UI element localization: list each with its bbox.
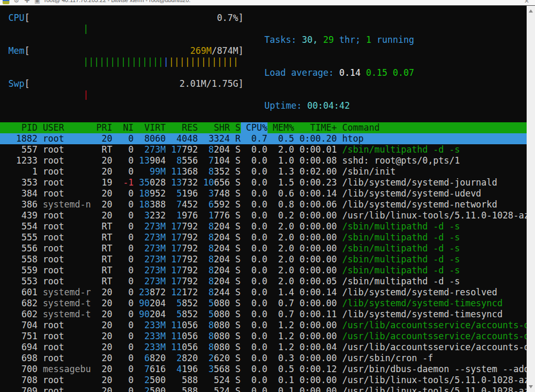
threads-count: 29	[323, 34, 340, 45]
column-header-user[interactable]: USER	[38, 122, 91, 133]
table-row[interactable]: 708root2002500588524S0.00.10:00.00/usr/l…	[0, 375, 527, 386]
column-header-s[interactable]: S	[230, 122, 240, 133]
cell-ni: 0	[112, 166, 134, 177]
cell-shr: 8204	[198, 243, 230, 254]
table-row[interactable]: 694root200233M110568080S0.01.20:00.04/us…	[0, 342, 527, 353]
cell-shr: 2620	[198, 353, 230, 364]
cell-cpu: 0.0	[241, 199, 268, 210]
column-header-cpu[interactable]: CPU%	[241, 122, 268, 133]
cell-ni: 0	[112, 155, 134, 166]
cell-cmd: /usr/bin/dbus-daemon --system --add	[337, 364, 527, 375]
table-row[interactable]: 704root200233M110568080S0.01.20:00.00/us…	[0, 320, 527, 331]
table-row[interactable]: 682systemd-t2009020458525080S0.00.70:00.…	[0, 298, 527, 309]
cell-cpu: 0.0	[241, 309, 268, 320]
cell-cpu: 0.0	[241, 276, 268, 287]
cell-res: 11056	[166, 320, 197, 331]
close-icon[interactable]: ✕	[524, 0, 529, 5]
load-15min: 0.07	[393, 67, 414, 78]
threads-label: thr;	[339, 34, 366, 45]
scrollbar-up-icon[interactable]	[527, 6, 535, 15]
column-header-virt[interactable]: VIRT	[134, 122, 166, 133]
terminal-screen: CPU[ |0.7% ] Mem[ ||||||||||||||||||||||…	[0, 5, 527, 392]
cell-shr: 8352	[198, 166, 230, 177]
table-row[interactable]: 602systemd-t2009020458525080S0.00.70:00.…	[0, 309, 527, 320]
table-row[interactable]: 1882root200806040483324R0.70.50:00.20hto…	[0, 133, 527, 144]
cell-s: S	[230, 199, 240, 210]
cell-shr: 10656	[198, 177, 230, 188]
cell-ni: 0	[112, 353, 134, 364]
column-header-pri[interactable]: PRI	[91, 122, 112, 133]
load-average-label: Load average:	[264, 67, 339, 78]
swap-meter-bar: |2.01M/1.75G	[30, 78, 238, 111]
cell-user: root	[38, 243, 91, 254]
cell-s: S	[230, 342, 240, 353]
cell-cmd: /sbin/multipathd -d -s	[337, 265, 527, 276]
uptime-line: Uptime: 00:04:42	[264, 100, 414, 111]
cell-time: 0:00.00	[294, 232, 337, 243]
column-header-ni[interactable]: NI	[112, 122, 134, 133]
cell-cmd: /lib/systemd/systemd-timesyncd	[337, 298, 527, 309]
cell-pri: RT	[91, 243, 112, 254]
cell-time: 0:00.12	[294, 364, 337, 375]
cell-cmd: /usr/sbin/cron -f	[337, 353, 527, 364]
cell-mem: 1.2	[268, 342, 294, 353]
cell-s: S	[230, 364, 240, 375]
window-title: root@ 40.117.70.203:22 - Bitvise xterm -…	[44, 0, 191, 3]
cell-cpu: 0.0	[241, 254, 268, 265]
cell-time: 0:00.00	[294, 320, 337, 331]
cell-s: S	[230, 276, 240, 287]
cell-pri: 20	[91, 210, 112, 221]
cell-cpu: 0.0	[241, 298, 268, 309]
cell-mem: 0.7	[268, 298, 294, 309]
cell-cpu: 0.0	[241, 177, 268, 188]
settings-gear-icon[interactable]: ⚙	[13, 0, 20, 4]
cell-res: 588	[166, 375, 197, 386]
cell-mem: 1.0	[268, 155, 294, 166]
cell-mem: 0.1	[268, 386, 294, 392]
table-row[interactable]: 555rootRT0273M177928204S0.02.00:00.00/sb…	[0, 232, 527, 243]
column-header-res[interactable]: RES	[166, 122, 197, 133]
cpu-meter-bar: |0.7%	[30, 13, 238, 45]
cell-ni: 0	[112, 309, 134, 320]
table-row[interactable]: 1root20099M113688352S0.01.30:02.00/sbin/…	[0, 166, 527, 177]
table-row[interactable]: 554rootRT0273M177928204S0.02.00:00.00/sb…	[0, 221, 527, 232]
green-bar-segment: |||||||||||||||	[83, 56, 164, 67]
cell-mem: 1.4	[268, 287, 294, 298]
blank-line	[0, 111, 527, 122]
yellow-bar-segment: ||||||||||||||	[169, 56, 238, 67]
table-row[interactable]: 384root2001895251963748S0.00.60:00.14/li…	[0, 188, 527, 199]
column-header-pid[interactable]: PID	[0, 122, 38, 133]
column-header-shr[interactable]: SHR	[198, 122, 230, 133]
cell-shr: 8080	[198, 331, 230, 342]
cell-time: 0:02.00	[294, 166, 337, 177]
table-row[interactable]: 439root200323219761776S0.00.20:00.00/usr…	[0, 210, 527, 221]
scrollbar[interactable]	[527, 5, 535, 392]
table-row[interactable]: 559rootRT0273M177928204S0.02.00:00.00/sb…	[0, 265, 527, 276]
cell-cmd: /sbin/multipathd -d -s	[337, 254, 527, 265]
scrollbar-down-icon[interactable]	[527, 382, 535, 391]
table-row[interactable]: 556rootRT0273M177928204S0.02.00:00.00/sb…	[0, 243, 527, 254]
cell-cpu: 0.7	[241, 133, 268, 144]
cell-pri: 20	[91, 342, 112, 353]
document-icon[interactable]: ▣	[34, 0, 41, 4]
table-row[interactable]: 601systemd-r20023872121728244S0.01.40:00…	[0, 287, 527, 298]
table-row[interactable]: 558rootRT0273M177928204S0.02.00:00.00/sb…	[0, 254, 527, 265]
table-row[interactable]: 353root19-1350281373210656S0.01.50:00.23…	[0, 177, 527, 188]
table-row[interactable]: 553rootRT0273M177928204S0.02.00:00.05/sb…	[0, 276, 527, 287]
table-row[interactable]: 698root200682028202620S0.00.30:00.00/usr…	[0, 353, 527, 364]
table-row[interactable]: 751root200233M110568080S0.01.20:00.00/us…	[0, 331, 527, 342]
new-terminal-icon[interactable]: ✚	[24, 0, 30, 4]
table-row[interactable]: 700messagebu200761641963568S0.00.50:00.1…	[0, 364, 527, 375]
cell-virt: 273M	[134, 243, 166, 254]
app-icon[interactable]	[3, 0, 9, 4]
table-row[interactable]: 1233root2001390485567104S0.01.00:00.08ss…	[0, 155, 527, 166]
cell-res: 2820	[166, 353, 197, 364]
table-row[interactable]: 557rootRT0273M177928204S0.02.00:00.01/sb…	[0, 144, 527, 155]
table-row[interactable]: 386systemd-n2001838874526592S0.00.80:00.…	[0, 199, 527, 210]
table-row[interactable]: 709root2002500588524S0.00.10:00.00/usr/l…	[0, 386, 527, 392]
cell-time: 0:00.11	[294, 309, 337, 320]
cell-cpu: 0.0	[241, 221, 268, 232]
cell-res: 11056	[166, 342, 197, 353]
cell-cmd: /usr/lib/linux-tools/5.11.0-1028-az	[337, 375, 527, 386]
cell-ni: 0	[112, 210, 134, 221]
